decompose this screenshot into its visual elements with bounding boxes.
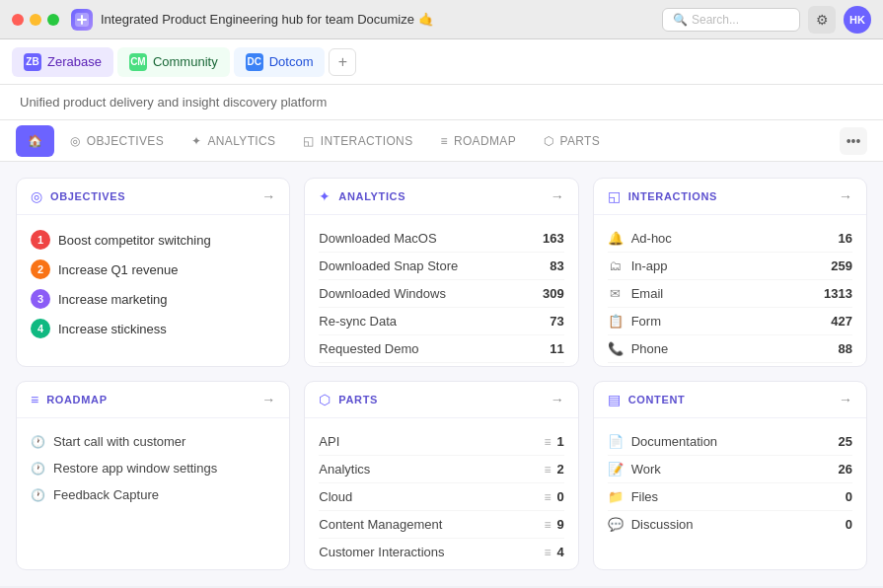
parts-value-0: 1 bbox=[556, 434, 563, 449]
content-card: ▤ CONTENT → 📄 Documentation 25 📝 Work 26 bbox=[593, 381, 867, 570]
content-expand-button[interactable]: → bbox=[839, 392, 852, 407]
analytics-value-1: 83 bbox=[550, 258, 563, 273]
parts-card-icon: ⬡ bbox=[319, 392, 331, 407]
settings-button[interactable]: ⚙ bbox=[808, 6, 836, 34]
nav-tab-roadmap[interactable]: ≡ ROADMAP bbox=[429, 125, 529, 157]
table-row: Cloud ≡ 0 bbox=[319, 483, 563, 511]
nav-roadmap-label: ROADMAP bbox=[454, 134, 516, 148]
table-row: Downloaded Snap Store 83 bbox=[319, 253, 563, 280]
maximize-button[interactable] bbox=[47, 14, 59, 26]
analytics-label-2: Downloaded Windows bbox=[319, 286, 446, 301]
subtitle-bar: Unified product delivery and insight dis… bbox=[0, 85, 883, 120]
analytics-card-title: ANALYTICS bbox=[338, 190, 542, 202]
nav-tab-interactions[interactable]: ◱ INTERACTIONS bbox=[291, 125, 424, 157]
list-item: 🕐 Feedback Capture bbox=[31, 481, 275, 508]
analytics-card: ✦ ANALYTICS → Downloaded MacOS 163 Downl… bbox=[304, 178, 578, 367]
parts-value-2: 0 bbox=[556, 489, 563, 504]
roadmap-card-body: 🕐 Start call with customer 🕐 Restore app… bbox=[17, 418, 289, 569]
obj-label-4: Increase stickiness bbox=[58, 322, 167, 336]
tab-zerabase[interactable]: ZB Zerabase bbox=[12, 47, 113, 77]
main-grid: ◎ OBJECTIVES → 1 Boost competitor switch… bbox=[0, 162, 883, 586]
interaction-value-3: 427 bbox=[831, 314, 852, 329]
interaction-value-2: 1313 bbox=[824, 286, 852, 301]
nav-objectives-label: OBJECTIVES bbox=[87, 134, 164, 148]
app-icon bbox=[71, 9, 93, 31]
nav-tab-analytics[interactable]: ✦ ANALYTICS bbox=[180, 125, 287, 157]
interaction-value-0: 16 bbox=[839, 231, 852, 246]
nav-interactions-label: INTERACTIONS bbox=[321, 134, 413, 148]
interaction-label-1: In-app bbox=[631, 258, 668, 273]
table-row: Re-sync Data 73 bbox=[319, 308, 563, 335]
search-box[interactable]: 🔍 Search... bbox=[662, 8, 800, 32]
table-row: Customer Interactions ≡ 4 bbox=[319, 539, 563, 565]
parts-list-icon-4: ≡ bbox=[544, 546, 551, 559]
nav-tab-objectives[interactable]: ◎ OBJECTIVES bbox=[58, 125, 176, 157]
parts-list-icon-1: ≡ bbox=[544, 463, 551, 477]
parts-value-1: 2 bbox=[556, 462, 563, 477]
tab-dotcom[interactable]: DC Dotcom bbox=[234, 47, 326, 77]
work-icon: 📝 bbox=[608, 462, 624, 477]
inapp-icon: 🗂 bbox=[608, 258, 624, 273]
roadmap-label-1: Restore app window settings bbox=[53, 461, 217, 476]
parts-expand-button[interactable]: → bbox=[551, 392, 564, 407]
tab-dc-dot: DC bbox=[246, 53, 263, 71]
table-row: 📝 Work 26 bbox=[608, 456, 852, 483]
phone-icon: 📞 bbox=[608, 341, 624, 356]
analytics-expand-button[interactable]: → bbox=[551, 188, 564, 204]
table-row: 📊 Survey 116 bbox=[608, 363, 852, 367]
objectives-expand-button[interactable]: → bbox=[261, 188, 275, 204]
avatar: HK bbox=[844, 6, 871, 34]
parts-nav-icon: ⬡ bbox=[544, 134, 553, 148]
more-options-button[interactable]: ••• bbox=[840, 127, 867, 155]
parts-label-0: API bbox=[319, 434, 339, 449]
table-row: 📋 Form 427 bbox=[608, 308, 852, 335]
interaction-value-1: 259 bbox=[831, 258, 852, 273]
analytics-value-0: 163 bbox=[543, 231, 564, 246]
obj-label-2: Increase Q1 revenue bbox=[58, 262, 178, 277]
interactions-expand-button[interactable]: → bbox=[839, 188, 852, 204]
parts-card-body: API ≡ 1 Analytics ≡ 2 Cloud ≡ 0 bbox=[305, 418, 577, 570]
ellipsis-icon: ••• bbox=[846, 133, 861, 149]
analytics-card-icon: ✦ bbox=[319, 188, 331, 204]
nav-tab-home[interactable]: 🏠 bbox=[16, 125, 54, 157]
interaction-label-0: Ad-hoc bbox=[631, 231, 672, 246]
table-row: 📁 Files 0 bbox=[608, 483, 852, 511]
interactions-card-header: ◱ INTERACTIONS → bbox=[594, 179, 866, 215]
content-card-header: ▤ CONTENT → bbox=[594, 382, 866, 418]
nav-parts-label: PARTS bbox=[559, 134, 600, 148]
add-tab-button[interactable]: + bbox=[329, 48, 356, 76]
tab-community[interactable]: CM Community bbox=[117, 47, 230, 77]
tab-zb-label: Zerabase bbox=[47, 54, 102, 69]
table-row: Analytics ≡ 2 bbox=[319, 456, 563, 483]
table-row: 📄 Documentation 25 bbox=[608, 428, 852, 456]
documentation-icon: 📄 bbox=[608, 434, 624, 449]
roadmap-expand-button[interactable]: → bbox=[261, 392, 275, 407]
analytics-label-0: Downloaded MacOS bbox=[319, 231, 436, 246]
list-item: 🕐 Start call with customer bbox=[31, 428, 275, 455]
table-row: Downloaded Windows 309 bbox=[319, 280, 563, 308]
table-row: 📞 Phone 88 bbox=[608, 335, 852, 363]
tabbar: ZB Zerabase CM Community DC Dotcom + bbox=[0, 39, 883, 85]
table-row: Requested Demo 11 bbox=[319, 335, 563, 363]
tab-cm-dot: CM bbox=[129, 53, 147, 71]
obj-num-1: 1 bbox=[31, 230, 50, 250]
subtitle-text: Unified product delivery and insight dis… bbox=[20, 95, 327, 110]
search-icon: 🔍 bbox=[673, 13, 688, 27]
parts-label-4: Customer Interactions bbox=[319, 545, 444, 559]
table-row: ✉ Email 1313 bbox=[608, 280, 852, 308]
list-item: 2 Increase Q1 revenue bbox=[31, 255, 275, 284]
nav-tab-parts[interactable]: ⬡ PARTS bbox=[532, 125, 612, 157]
roadmap-card-icon: ≡ bbox=[31, 392, 38, 407]
close-button[interactable] bbox=[12, 14, 24, 26]
roadmap-nav-icon: ≡ bbox=[441, 134, 448, 148]
interaction-label-3: Form bbox=[631, 314, 661, 329]
analytics-label-4: Requested Demo bbox=[319, 341, 418, 356]
content-value-0: 25 bbox=[839, 434, 852, 449]
clock-icon-2: 🕐 bbox=[31, 488, 45, 502]
list-item: 🕐 Restore app window settings bbox=[31, 455, 275, 481]
minimize-button[interactable] bbox=[30, 14, 41, 26]
roadmap-card-header: ≡ ROADMAP → bbox=[17, 382, 289, 418]
form-icon: 📋 bbox=[608, 314, 624, 329]
objectives-card: ◎ OBJECTIVES → 1 Boost competitor switch… bbox=[16, 178, 290, 367]
nav-tabs: 🏠 ◎ OBJECTIVES ✦ ANALYTICS ◱ INTERACTION… bbox=[0, 120, 883, 162]
